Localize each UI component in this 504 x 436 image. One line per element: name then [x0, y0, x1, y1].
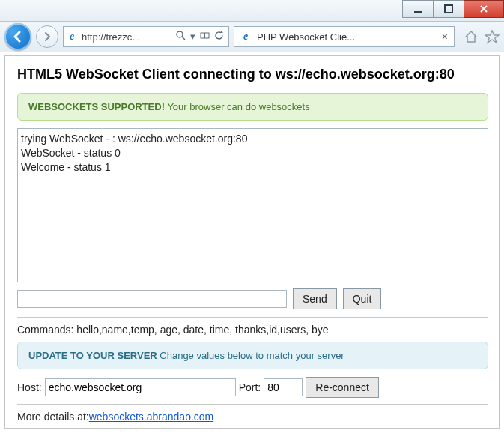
divider: [17, 317, 488, 318]
maximize-button[interactable]: [433, 0, 464, 18]
log-line: Welcome - status 1: [21, 160, 485, 175]
send-button[interactable]: Send: [293, 288, 337, 309]
forward-button[interactable]: [36, 25, 58, 48]
browser-toolbar: e http://trezzc... ▾ e PHP Websocket Cli…: [0, 22, 504, 52]
ie-logo-icon: e: [64, 28, 80, 45]
page-content: HTML5 WebSocket Client connecting to ws:…: [4, 55, 500, 429]
chevron-down-icon[interactable]: ▾: [190, 31, 195, 43]
minimize-icon: [413, 4, 423, 14]
log-line: trying WebSocket - : ws://echo.websocket…: [21, 132, 485, 146]
tab-close-icon[interactable]: ×: [439, 31, 451, 43]
tab-title: PHP Websocket Clie...: [257, 31, 436, 43]
svg-point-2: [177, 31, 183, 37]
window-controls: [403, 0, 504, 18]
browser-tool-icons: [459, 29, 500, 44]
port-input[interactable]: [264, 378, 303, 396]
message-input[interactable]: [17, 290, 287, 308]
commands-text: Commands: hello,name,temp, age, date, ti…: [17, 324, 488, 336]
home-icon[interactable]: [464, 29, 479, 44]
quit-button[interactable]: Quit: [343, 288, 382, 309]
search-icon[interactable]: [176, 31, 186, 43]
support-banner-text: Your browser can do websockets: [165, 101, 310, 112]
support-banner: WEBSOCKETS SUPPORTED! Your browser can d…: [17, 93, 488, 121]
refresh-icon[interactable]: [214, 31, 224, 43]
port-label: Port:: [239, 381, 261, 393]
send-row: Send Quit: [17, 288, 488, 309]
back-button[interactable]: [4, 23, 31, 50]
page-title: HTML5 WebSocket Client connecting to ws:…: [17, 67, 488, 82]
address-text: http://trezzc...: [80, 31, 171, 43]
update-banner-strong: UPDATE TO YOUR SERVER: [28, 350, 157, 361]
divider: [17, 404, 488, 405]
server-form-row: Host: Port: Re-connect: [17, 377, 488, 398]
host-input[interactable]: [45, 378, 236, 396]
reconnect-button[interactable]: Re-connect: [306, 377, 379, 398]
more-details-prefix: More details at:: [17, 411, 89, 423]
arrow-left-icon: [11, 30, 25, 43]
browser-tab[interactable]: e PHP Websocket Clie... ×: [234, 26, 455, 47]
browser-window: e http://trezzc... ▾ e PHP Websocket Cli…: [0, 0, 504, 436]
minimize-button[interactable]: [402, 0, 434, 18]
favorites-icon[interactable]: [485, 29, 500, 44]
arrow-right-icon: [42, 31, 52, 42]
update-banner-text: Change values below to match your server: [157, 350, 344, 361]
svg-rect-1: [445, 5, 452, 13]
address-tools: ▾: [171, 31, 228, 43]
more-details-link[interactable]: websockets.abrandao.com: [89, 411, 214, 423]
maximize-icon: [443, 4, 454, 14]
address-bar[interactable]: e http://trezzc... ▾: [63, 26, 229, 47]
support-banner-strong: WEBSOCKETS SUPPORTED!: [28, 101, 165, 112]
log-output[interactable]: trying WebSocket - : ws://echo.websocket…: [17, 128, 488, 282]
window-titlebar: [0, 0, 504, 22]
update-banner: UPDATE TO YOUR SERVER Change values belo…: [17, 342, 488, 369]
close-button[interactable]: [464, 0, 504, 18]
host-label: Host:: [17, 381, 42, 393]
close-icon: [479, 4, 489, 14]
svg-rect-0: [414, 11, 422, 13]
compat-view-icon[interactable]: [200, 31, 210, 43]
ie-logo-icon: e: [237, 28, 254, 45]
more-details: More details at:websockets.abrandao.com: [17, 411, 488, 423]
log-line: WebSocket - status 0: [21, 146, 485, 160]
